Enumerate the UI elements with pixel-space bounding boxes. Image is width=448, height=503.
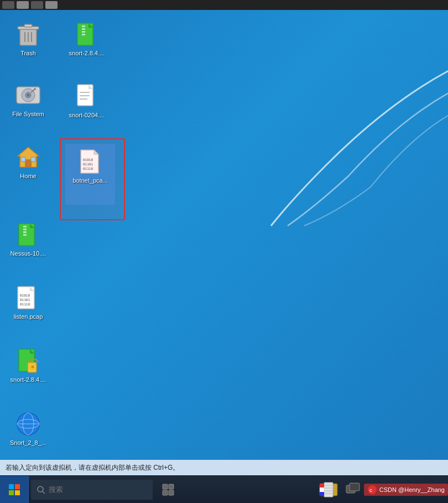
top-icon-3 (31, 1, 43, 9)
trash-label: Trash (20, 50, 36, 57)
task-view-icon (162, 484, 174, 496)
taskbar-bottom: C CSDN @Henry__Zhang (0, 475, 448, 503)
csdn-text: CSDN @Henry__Zhang (379, 486, 445, 493)
csdn-icon: C (367, 485, 377, 495)
notification-bar: 若输入定向到该虚拟机，请在虚拟机内部单击或按 Ctrl+G。 (0, 460, 448, 475)
svg-rect-14 (21, 157, 25, 162)
svg-marker-47 (94, 150, 98, 154)
desktop-icon-snort-zip1[interactable]: snort-2.8.4.... (62, 17, 112, 77)
svg-rect-72 (350, 483, 360, 491)
svg-rect-58 (169, 484, 174, 489)
svg-rect-68 (320, 484, 324, 488)
svg-rect-57 (163, 484, 168, 489)
desktop-icon-snort-txt[interactable]: snort-0204.... (62, 79, 112, 139)
svg-rect-38 (82, 28, 85, 30)
svg-rect-40 (82, 34, 85, 35)
svg-rect-52 (15, 484, 20, 489)
svg-point-30 (32, 366, 34, 369)
svg-rect-39 (82, 31, 85, 33)
show-desktop-button[interactable] (342, 479, 364, 501)
desktop-icon-filesystem[interactable]: File System (3, 77, 53, 138)
desktop-icon-trash[interactable]: Trash (3, 17, 53, 77)
csdn-badge[interactable]: C CSDN @Henry__Zhang (364, 484, 448, 496)
svg-rect-69 (320, 488, 324, 492)
start-button[interactable] (0, 476, 29, 504)
svg-rect-21 (23, 234, 27, 236)
search-bar[interactable] (31, 480, 153, 500)
snort-zip1-label: snort-2.8.4.... (69, 50, 105, 57)
svg-text:01010: 01010 (83, 158, 93, 162)
desktop-icon-home[interactable]: Home (3, 139, 53, 200)
svg-rect-18 (23, 226, 27, 227)
svg-rect-63 (324, 483, 333, 497)
desktop-icon-botnet-pcap[interactable]: 01010 01101 01110 botnet_pca... (65, 144, 115, 205)
listen-pcap-label: listen.pcap (14, 313, 43, 320)
svg-rect-54 (15, 490, 20, 495)
botnet-pcap-icon: 01010 01101 01110 (77, 148, 103, 175)
trash-icon (15, 21, 41, 48)
accordion-icon (319, 481, 338, 498)
desktop-icon-snort-zip2[interactable]: snort-2.8.4.... (3, 343, 53, 404)
top-icon-2 (17, 1, 29, 9)
svg-rect-15 (31, 157, 35, 162)
desktop: Trash File System (0, 10, 448, 475)
filesystem-label: File System (12, 111, 44, 118)
svg-rect-19 (23, 229, 27, 230)
hdd-icon (15, 82, 41, 108)
svg-rect-62 (333, 484, 337, 496)
search-input[interactable] (49, 485, 137, 494)
svg-point-11 (34, 88, 36, 90)
svg-rect-53 (9, 490, 14, 495)
nessus-label: Nessus-10.... (11, 250, 46, 257)
svg-text:01101: 01101 (20, 298, 30, 302)
accordion-button[interactable] (317, 479, 340, 501)
snort-zip2-label: snort-2.8.4.... (11, 376, 46, 383)
svg-text:01110: 01110 (83, 167, 93, 170)
svg-rect-59 (163, 490, 168, 495)
svg-point-55 (38, 486, 43, 492)
svg-rect-2 (24, 24, 32, 27)
windows-icon (8, 483, 21, 496)
nessus-zip-icon (15, 221, 41, 248)
svg-line-56 (43, 491, 45, 494)
top-icon-4 (45, 1, 58, 9)
svg-text:01010: 01010 (20, 293, 30, 297)
task-view-button[interactable] (157, 479, 179, 501)
taskbar-center (157, 479, 184, 501)
svg-text:01110: 01110 (20, 302, 30, 306)
snort-globe-icon (15, 411, 41, 437)
svg-text:C: C (369, 489, 372, 492)
snort-zip1-icon (74, 21, 100, 48)
multiwindow-icon (345, 482, 361, 497)
snort-zip-lock-icon (15, 348, 41, 374)
home-label: Home (20, 173, 36, 180)
desktop-icon-nessus[interactable]: Nessus-10.... (3, 217, 53, 278)
svg-rect-20 (23, 231, 27, 233)
top-icons (0, 1, 58, 9)
search-icon (37, 485, 45, 494)
svg-rect-13 (25, 159, 32, 167)
svg-rect-70 (320, 492, 324, 496)
snort-app-label: Snort_2_8_... (10, 439, 46, 447)
botnet-pcap-label: botnet_pca... (72, 177, 108, 184)
kali-swoosh-decoration (227, 54, 448, 231)
notification-text: 若输入定向到该虚拟机，请在虚拟机内部单击或按 Ctrl+G。 (6, 463, 179, 473)
svg-point-9 (27, 94, 29, 96)
top-icon-1 (2, 1, 14, 9)
snort-txt-icon (74, 83, 100, 110)
svg-text:01101: 01101 (83, 162, 93, 166)
snort-txt-label: snort-0204.... (69, 112, 105, 119)
desktop-icon-snort-app[interactable]: Snort_2_8_... (3, 406, 53, 467)
svg-rect-60 (169, 490, 174, 495)
svg-rect-51 (9, 484, 14, 489)
listen-pcap-icon: 01010 01101 01110 (15, 284, 41, 311)
home-icon (15, 144, 41, 170)
taskbar-top (0, 0, 448, 10)
desktop-icon-listen-pcap[interactable]: 01010 01101 01110 listen.pcap (3, 280, 53, 341)
svg-rect-37 (82, 25, 85, 27)
